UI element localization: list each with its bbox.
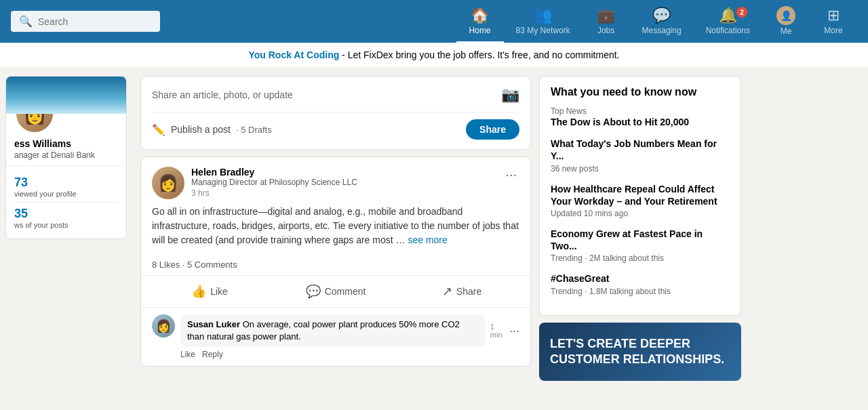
comment-like-button[interactable]: Like: [180, 350, 195, 359]
news-card-header: What you need to know now: [551, 86, 730, 98]
like-icon: 👍: [191, 284, 206, 299]
navbar: 🔍 🏠 Home 👥 83 My Network 💼 Jobs 💬 Messag…: [0, 0, 868, 43]
news-item-5-meta: Trending · 1.8M talking about this: [551, 287, 730, 296]
share-placeholder[interactable]: Share an article, photo, or update: [152, 89, 501, 100]
messaging-icon: 💬: [652, 7, 671, 24]
jobs-icon: 💼: [597, 7, 615, 24]
profile-cover: [6, 77, 126, 114]
nav-item-me[interactable]: 👤 Me: [762, 0, 810, 43]
comment-reply-button[interactable]: Reply: [202, 350, 223, 359]
profile-title: anager at Denali Bank: [6, 149, 126, 165]
edit-icon: ✏️: [152, 123, 165, 136]
comment-section: 👩 Susan Luker On average, coal power pla…: [141, 308, 530, 366]
comment-button[interactable]: 💬 Comment: [273, 279, 399, 304]
comment-item: 👩 Susan Luker On average, coal power pla…: [152, 314, 519, 359]
post-menu-icon[interactable]: ···: [502, 167, 519, 182]
main-feed: Share an article, photo, or update 📷 ✏️ …: [132, 68, 539, 389]
post-author-name[interactable]: Helen Bradley: [191, 167, 502, 178]
comment-time: 1 min: [490, 323, 504, 339]
news-item-1[interactable]: Top News The Dow is About to Hit 20,000: [551, 106, 730, 128]
comment-author-avatar: 👩: [152, 314, 175, 337]
profile-name[interactable]: ess Williams: [6, 138, 126, 149]
nav-item-network[interactable]: 👥 83 My Network: [504, 0, 583, 43]
post-author-avatar[interactable]: 👩: [152, 167, 184, 199]
news-item-1-title[interactable]: The Dow is About to Hit 20,000: [551, 116, 730, 128]
share-input-row: Share an article, photo, or update 📷: [152, 86, 519, 112]
publish-row[interactable]: ✏️ Publish a post · 5 Drafts: [152, 123, 272, 136]
share-icon: ↗: [442, 284, 452, 299]
right-panel: What you need to know now Top News The D…: [539, 68, 749, 389]
grid-icon: ⊞: [827, 7, 840, 24]
post-body: Go all in on infrastructure—digital and …: [141, 205, 530, 254]
news-item-3-title[interactable]: How Healthcare Repeal Could Affect Your …: [551, 183, 730, 207]
search-bar[interactable]: 🔍: [11, 11, 160, 32]
news-item-2-title[interactable]: What Today's Job Numbers Mean for Y...: [551, 138, 730, 162]
profile-stats: 73 viewed your profile 35 ws of your pos…: [6, 165, 126, 239]
share-button[interactable]: Share: [466, 119, 519, 140]
post-card: 👩 Helen Bradley Managing Director at Phi…: [140, 157, 531, 367]
profile-card: 👩 ess Williams anager at Denali Bank 73 …: [5, 76, 127, 239]
content-area: 👩 ess Williams anager at Denali Bank 73 …: [0, 68, 868, 389]
like-button[interactable]: 👍 Like: [146, 279, 273, 304]
share-bottom: ✏️ Publish a post · 5 Drafts Share: [152, 119, 519, 140]
promo-banner: You Rock At Coding - Let FixDex bring yo…: [0, 43, 868, 68]
news-item-4-meta: Trending · 2M talking about this: [551, 253, 730, 263]
news-item-2-meta: 36 new posts: [551, 164, 730, 173]
profile-stat-views[interactable]: 73 viewed your profile: [14, 171, 118, 202]
search-icon: 🔍: [19, 15, 33, 28]
news-item-3[interactable]: How Healthcare Repeal Could Affect Your …: [551, 183, 730, 218]
camera-icon[interactable]: 📷: [501, 86, 519, 104]
post-author-info: Helen Bradley Managing Director at Philo…: [191, 167, 502, 198]
avatar: 👤: [776, 6, 795, 25]
news-item-2[interactable]: What Today's Job Numbers Mean for Y... 3…: [551, 138, 730, 173]
comment-bubble: Susan Luker On average, coal power plant…: [180, 314, 485, 347]
news-item-4[interactable]: Economy Grew at Fastest Pace in Two... T…: [551, 228, 730, 263]
news-item-3-meta: Updated 10 mins ago: [551, 209, 730, 218]
news-item-5-title[interactable]: #ChaseGreat: [551, 272, 730, 285]
ad-banner[interactable]: LET'S CREATE DEEPER CUSTOMER RELATIONSHI…: [539, 323, 741, 382]
post-actions: 👍 Like 💬 Comment ↗ Share: [141, 276, 530, 308]
nav-item-notifications[interactable]: 🔔 2 Notifications: [694, 0, 762, 43]
comment-meta-row: Susan Luker On average, coal power plant…: [180, 314, 519, 347]
post-time: 3 hrs: [191, 188, 502, 198]
profile-stat-post-views[interactable]: 35 ws of your posts: [14, 202, 118, 233]
nav-item-jobs[interactable]: 💼 Jobs: [583, 0, 630, 43]
post-author-title: Managing Director at Philosophy Science …: [191, 178, 502, 187]
news-card: What you need to know now Top News The D…: [539, 76, 741, 316]
nav-item-messaging[interactable]: 💬 Messaging: [630, 0, 694, 43]
share-post-button[interactable]: ↗ Share: [399, 279, 525, 304]
network-icon: 👥: [534, 7, 552, 24]
see-more-link[interactable]: see more: [408, 234, 447, 245]
comment-icon: 💬: [306, 284, 321, 299]
home-icon: 🏠: [471, 7, 489, 24]
news-item-5[interactable]: #ChaseGreat Trending · 1.8M talking abou…: [551, 272, 730, 295]
news-item-1-category: Top News: [551, 106, 730, 116]
news-item-4-title[interactable]: Economy Grew at Fastest Pace in Two...: [551, 228, 730, 252]
share-box: Share an article, photo, or update 📷 ✏️ …: [140, 76, 531, 150]
sidebar: 👩 ess Williams anager at Denali Bank 73 …: [0, 68, 132, 389]
promo-link[interactable]: You Rock At Coding: [248, 49, 339, 60]
notifications-badge: 2: [736, 7, 747, 18]
comment-menu-icon[interactable]: ···: [509, 324, 519, 338]
post-likes: 8 Likes · 5 Comments: [141, 254, 530, 276]
comment-content: Susan Luker On average, coal power plant…: [180, 314, 519, 359]
comment-actions-row: Like Reply: [180, 350, 519, 359]
nav-item-home[interactable]: 🏠 Home: [456, 0, 504, 43]
search-input[interactable]: [38, 16, 146, 27]
notifications-icon: 🔔: [719, 7, 737, 24]
nav-item-more[interactable]: ⊞ More: [810, 0, 857, 43]
post-header: 👩 Helen Bradley Managing Director at Phi…: [141, 157, 530, 205]
